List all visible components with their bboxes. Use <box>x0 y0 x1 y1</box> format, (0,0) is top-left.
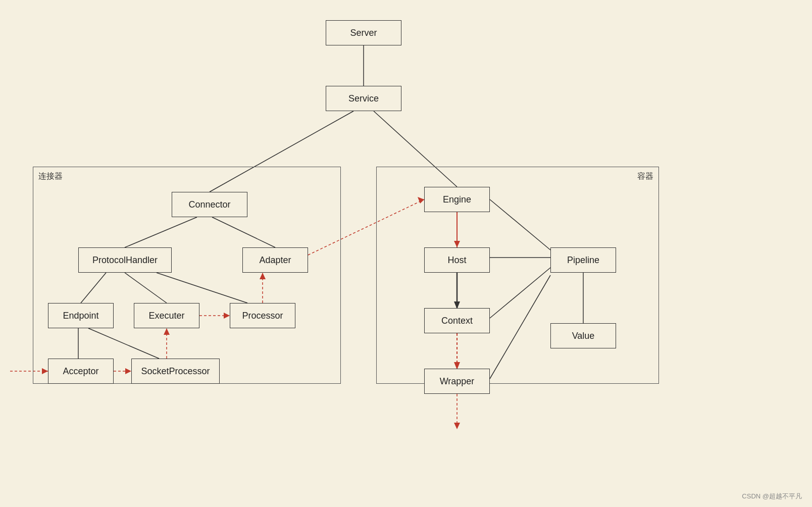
wrapper-node: Wrapper <box>424 369 490 394</box>
diagram: 连接器 容器 Server Service Connector Protocol… <box>0 0 812 507</box>
watermark-text: CSDN @超越不平凡 <box>742 492 802 500</box>
container-group-label: 容器 <box>637 171 653 182</box>
executer-node: Executer <box>134 303 199 328</box>
context-label: Context <box>441 316 473 326</box>
value-node: Value <box>550 323 616 348</box>
socketprocessor-node: SocketProcessor <box>131 359 220 384</box>
protocolhandler-node: ProtocolHandler <box>78 247 172 273</box>
engine-node: Engine <box>424 187 490 212</box>
svg-marker-34 <box>454 423 460 429</box>
host-label: Host <box>447 255 466 266</box>
protocolhandler-label: ProtocolHandler <box>92 255 158 266</box>
processor-node: Processor <box>230 303 295 328</box>
socketprocessor-label: SocketProcessor <box>141 366 210 377</box>
adapter-label: Adapter <box>259 255 291 266</box>
context-node: Context <box>424 308 490 333</box>
endpoint-node: Endpoint <box>48 303 114 328</box>
server-node: Server <box>326 20 401 45</box>
engine-label: Engine <box>443 194 471 205</box>
endpoint-label: Endpoint <box>63 311 98 321</box>
pipeline-label: Pipeline <box>567 255 599 266</box>
service-node: Service <box>326 86 401 111</box>
connector-label: Connector <box>188 199 230 210</box>
connector-node: Connector <box>172 192 247 217</box>
wrapper-label: Wrapper <box>440 376 475 387</box>
acceptor-node: Acceptor <box>48 359 114 384</box>
pipeline-node: Pipeline <box>550 247 616 273</box>
acceptor-label: Acceptor <box>63 366 98 377</box>
adapter-node: Adapter <box>242 247 308 273</box>
host-node: Host <box>424 247 490 273</box>
value-label: Value <box>572 331 595 341</box>
processor-label: Processor <box>242 311 283 321</box>
service-label: Service <box>348 93 379 104</box>
executer-label: Executer <box>148 311 184 321</box>
container-group-box: 容器 <box>376 167 659 384</box>
server-label: Server <box>350 28 377 38</box>
connector-group-label: 连接器 <box>38 171 63 182</box>
watermark: CSDN @超越不平凡 <box>742 492 802 501</box>
